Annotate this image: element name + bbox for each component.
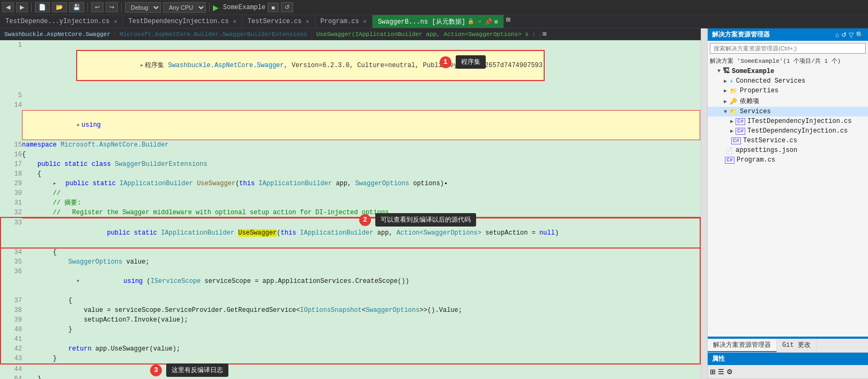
tab-swaggerbuilder[interactable]: SwaggerB...ns [从元数据] 🔒 ✕ 📌 ⚙ bbox=[373, 15, 504, 28]
stop-btn[interactable]: ■ bbox=[268, 3, 279, 12]
line-number: 40 bbox=[1, 325, 22, 334]
line-number: 16 bbox=[1, 150, 22, 159]
sidebar-item-dependencies[interactable]: ▶ 🔑 依赖项 bbox=[708, 96, 868, 107]
sep2 bbox=[87, 3, 88, 12]
solution-root-label: 解决方案 'SomeExample'(1 个项目/共 1 个) bbox=[710, 57, 841, 65]
add-tab-btn[interactable]: ⊞ bbox=[504, 15, 513, 28]
line-content bbox=[22, 334, 700, 344]
sidebar-item-appsettings[interactable]: 📄 appsettings.json bbox=[708, 145, 868, 155]
vertical-scrollbar[interactable] bbox=[701, 28, 707, 379]
close-icon[interactable]: ✕ bbox=[233, 18, 236, 25]
main-layout: Swashbuckle.AspNetCore.Swagger Microsoft… bbox=[0, 28, 868, 379]
line-number: 14 bbox=[1, 100, 22, 110]
table-row: 41 bbox=[1, 334, 700, 344]
arrow-down-icon: ▼ bbox=[717, 68, 721, 74]
tab-program[interactable]: Program.cs ✕ bbox=[315, 15, 373, 28]
home-btn[interactable]: ⌂ bbox=[835, 31, 839, 39]
line-content bbox=[22, 364, 700, 374]
refresh-tree-btn[interactable]: ↺ bbox=[841, 31, 847, 39]
sidebar-item-program[interactable]: C# Program.cs bbox=[708, 155, 868, 165]
expand-icon[interactable]: ⊞ bbox=[540, 29, 548, 39]
forward-btn[interactable]: ▶ bbox=[16, 2, 28, 12]
line-number: 39 bbox=[1, 315, 22, 325]
expand-icon[interactable]: ▸ bbox=[53, 180, 57, 187]
table-row: 32 // Register the Swagger middleware wi… bbox=[1, 208, 700, 218]
debug-dropdown[interactable]: Debug bbox=[125, 2, 161, 13]
code-view[interactable]: 1 ▸程序集 Swashbuckle.AspNetCore.Swagger, V… bbox=[0, 40, 701, 379]
line-number: 31 bbox=[1, 198, 22, 208]
new-file-btn[interactable]: 📄 bbox=[35, 2, 50, 12]
sidebar-item-testdependency[interactable]: ▶ C# TestDependencyInjection.cs bbox=[708, 126, 868, 136]
line-content: { bbox=[22, 169, 700, 179]
refresh-btn[interactable]: ↺ bbox=[281, 2, 293, 12]
line-content: ▾ using (IServiceScope serviceScope = ap… bbox=[22, 267, 700, 296]
program-label: Program.cs bbox=[737, 156, 775, 164]
search-icon[interactable]: 🔍 bbox=[856, 31, 864, 39]
tab-solution-explorer[interactable]: 解决方案资源管理器 bbox=[708, 339, 777, 352]
sidebar-item-testservice[interactable]: C# TestService.cs bbox=[708, 136, 868, 145]
sidebar-item-properties[interactable]: ▶ 📁 Properties bbox=[708, 86, 868, 96]
expand-icon[interactable]: ▸ bbox=[77, 121, 80, 129]
line-number: 41 bbox=[1, 334, 22, 344]
path-class[interactable]: Microsoft.AspNetCore.Builder.SwaggerBuil… bbox=[115, 30, 312, 39]
properties-settings-btn[interactable]: ⚙ bbox=[726, 368, 733, 376]
solution-tree: 解决方案 'SomeExample'(1 个项目/共 1 个) ▼ 🏗 Some… bbox=[708, 56, 868, 337]
path-namespace[interactable]: Swashbuckle.AspNetCore.Swagger bbox=[0, 30, 115, 39]
line-number bbox=[1, 110, 22, 140]
open-btn[interactable]: 📂 bbox=[52, 2, 67, 12]
project-node[interactable]: ▼ 🏗 SomeExample bbox=[708, 66, 868, 76]
properties-list-btn[interactable]: ☰ bbox=[718, 368, 724, 376]
line-content: ▸ public static IApplicationBuilder UseS… bbox=[22, 179, 700, 188]
cs-icon: C# bbox=[725, 157, 735, 164]
line-content: // 摘要: bbox=[22, 198, 700, 208]
properties-grid-btn[interactable]: ⊞ bbox=[710, 368, 716, 376]
cs-icon: C# bbox=[731, 137, 741, 144]
table-row: 33 public static IApplicationBuilder Use… bbox=[1, 218, 700, 247]
sidebar-item-itestdependency[interactable]: ▶ C# ITestDependencyInjection.cs bbox=[708, 116, 868, 126]
expand-icon[interactable]: ▾ bbox=[76, 278, 80, 285]
right-panel: 解决方案资源管理器 ⌂ ↺ ▽ 🔍 解决方案 'SomeExample'(1 个… bbox=[707, 28, 868, 379]
header-buttons: ⌂ ↺ ▽ 🔍 bbox=[835, 31, 864, 39]
sidebar-item-connected-services[interactable]: ▶ ⚡ Connected Services bbox=[708, 76, 868, 86]
testdependency-label: TestDependencyInjection.cs bbox=[747, 127, 848, 135]
line-content: namespace Microsoft.AspNetCore.Builder bbox=[22, 140, 700, 150]
search-input[interactable] bbox=[710, 43, 866, 54]
settings-icon[interactable]: ⚙ bbox=[494, 18, 498, 25]
itest-label: ITestDependencyInjection.cs bbox=[747, 118, 851, 125]
properties-title: 属性 bbox=[712, 355, 725, 363]
table-row: 35 SwaggerOptions value; bbox=[1, 257, 700, 267]
undo-btn[interactable]: ↩ bbox=[91, 2, 103, 12]
close-icon[interactable]: ✕ bbox=[363, 18, 367, 25]
tab-testdependencyinjection[interactable]: TestDependencyInjection.cs ✕ bbox=[123, 15, 242, 28]
sidebar-item-services[interactable]: ▼ 📁 Services bbox=[708, 107, 868, 116]
close-icon[interactable]: ✕ bbox=[306, 18, 309, 25]
line-content: value = serviceScope.ServiceProvider.Get… bbox=[22, 305, 700, 315]
run-button[interactable]: ▶ bbox=[213, 3, 219, 12]
tab-label: TestDepende...yInjection.cs bbox=[5, 18, 109, 25]
cpu-dropdown[interactable]: Any CPU bbox=[163, 2, 206, 13]
solution-explorer-title: 解决方案资源管理器 bbox=[712, 30, 770, 39]
path-method[interactable]: UseSwagger(IApplicationBuilder app, Acti… bbox=[312, 30, 540, 39]
filter-btn[interactable]: ▽ bbox=[849, 31, 854, 39]
line-content: setupAction?.Invoke(value); bbox=[22, 315, 700, 325]
table-row: 14 bbox=[1, 100, 700, 110]
line-number: 30 bbox=[1, 188, 22, 198]
pin-icon[interactable]: 📌 bbox=[485, 18, 492, 25]
tab-label: Program.cs bbox=[321, 18, 359, 25]
tab-testdepende[interactable]: TestDepende...yInjection.cs ✕ bbox=[0, 15, 123, 28]
tab-testservice[interactable]: TestService.cs ✕ bbox=[242, 15, 315, 28]
table-row: 36 ▾ using (IServiceScope serviceScope =… bbox=[1, 267, 700, 296]
line-content: } bbox=[22, 374, 700, 379]
line-number: 34 bbox=[1, 247, 22, 257]
close-icon[interactable]: ✕ bbox=[114, 18, 117, 25]
back-btn[interactable]: ◀ bbox=[2, 2, 14, 12]
close-icon[interactable]: ✕ bbox=[478, 18, 481, 25]
arrow-right-icon: ▶ bbox=[724, 98, 727, 105]
save-btn[interactable]: 💾 bbox=[69, 2, 84, 12]
solution-root[interactable]: 解决方案 'SomeExample'(1 个项目/共 1 个) bbox=[708, 56, 868, 66]
cs-icon: C# bbox=[736, 128, 745, 135]
tab-git-changes[interactable]: Git 更改 bbox=[777, 339, 817, 352]
table-row: 37 { bbox=[1, 296, 700, 305]
redo-btn[interactable]: ↪ bbox=[106, 2, 118, 12]
expand-icon[interactable]: ▸ bbox=[140, 62, 144, 69]
